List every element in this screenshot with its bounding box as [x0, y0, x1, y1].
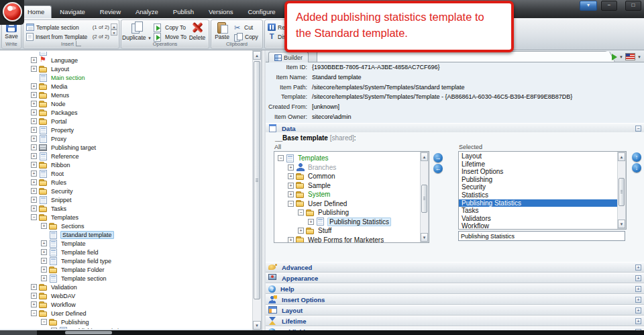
move-to-button[interactable]: Move To — [154, 33, 186, 41]
collapse-section-icon[interactable] — [635, 126, 641, 132]
tree-expander-icon[interactable] — [31, 136, 37, 142]
tree-expander-icon[interactable] — [41, 258, 47, 264]
horizontal-scrollbar-thumb[interactable] — [65, 331, 112, 334]
content-tree-item[interactable]: Ribbon — [0, 160, 252, 169]
content-section-header[interactable]: Layout — [266, 305, 644, 316]
content-tree-item[interactable]: Standard template — [0, 230, 252, 239]
selected-list-item[interactable]: Lifetime — [459, 160, 626, 169]
tree-expander-icon[interactable] — [31, 66, 37, 72]
selected-list-scrollbar[interactable]: ▲ ▼ — [617, 152, 626, 229]
content-tree-item[interactable]: Workflow — [0, 300, 252, 309]
maximize-button[interactable]: □ — [625, 1, 641, 11]
tree-expander-icon[interactable] — [31, 188, 37, 194]
tree-expander-icon[interactable] — [31, 101, 37, 107]
add-base-template-button[interactable] — [433, 153, 443, 162]
all-tree-scrollbar[interactable]: ▲ ▼ — [420, 152, 429, 242]
sitecore-logo-icon[interactable] — [3, 2, 22, 21]
content-tree-item[interactable]: Publishing Statistics — [0, 326, 252, 329]
ribbon-tab[interactable]: Home — [20, 5, 52, 19]
selected-list-item[interactable]: Publishing — [459, 176, 626, 184]
copy-button[interactable]: Copy — [234, 33, 258, 41]
content-section-header[interactable]: Insert Options — [266, 294, 644, 305]
selected-list-item[interactable]: Publishing Statistics — [459, 199, 626, 207]
all-tree-item[interactable]: User Defined — [274, 199, 429, 209]
tree-expander-icon[interactable] — [31, 118, 37, 124]
tree-expander-icon[interactable] — [308, 219, 314, 225]
tree-expander-icon[interactable] — [31, 57, 37, 63]
all-tree-item[interactable]: Publishing — [274, 208, 429, 218]
content-tree-item[interactable]: Tasks — [0, 204, 252, 213]
tree-expander-icon[interactable] — [288, 191, 294, 197]
duplicate-button[interactable]: Duplicate ▼ — [121, 21, 152, 41]
content-tree-item[interactable]: Security — [0, 187, 252, 195]
content-tree-scrollbar[interactable]: ▲ ▼ — [252, 50, 262, 330]
cut-button[interactable]: Cut — [234, 23, 253, 32]
selected-list-item[interactable]: Insert Options — [459, 168, 626, 176]
tree-expander-icon[interactable] — [288, 201, 294, 207]
content-tree-item[interactable]: Publishing — [0, 318, 252, 326]
selected-list-item[interactable]: Tasks — [459, 207, 626, 215]
ribbon-tab[interactable]: Versions — [202, 5, 239, 18]
content-tree-item[interactable]: WebDAV — [0, 291, 252, 300]
content-tree-item[interactable]: Reference — [0, 152, 252, 160]
tree-expander-icon[interactable] — [41, 223, 47, 229]
tree-expander-icon[interactable] — [31, 205, 37, 211]
content-tree-item[interactable]: Media — [0, 82, 252, 91]
content-tab-active[interactable] — [317, 51, 607, 62]
content-tree-item[interactable]: Rules — [0, 178, 252, 187]
all-tree-item[interactable]: Branches — [274, 163, 429, 173]
tree-expander-icon[interactable] — [41, 240, 47, 246]
expand-section-icon[interactable] — [635, 265, 641, 271]
insert-template-section-button[interactable]: Template section — [26, 23, 79, 31]
content-tree-item[interactable]: Snippet — [0, 195, 252, 204]
ribbon-tab[interactable]: Configure — [241, 5, 282, 18]
content-tree-item[interactable]: Proxy — [0, 134, 252, 143]
delete-button[interactable]: Delete — [186, 21, 209, 41]
tree-expander-icon[interactable] — [288, 164, 294, 171]
scroll-down-icon[interactable]: ▼ — [421, 233, 428, 242]
expand-section-icon[interactable] — [635, 286, 641, 292]
tree-expander-icon[interactable] — [31, 171, 37, 177]
tree-expander-icon[interactable] — [41, 267, 47, 273]
content-tree-item[interactable]: Root — [0, 169, 252, 178]
chevron-down-icon[interactable]: ▼ — [619, 55, 623, 59]
content-section-header[interactable]: Help — [266, 283, 644, 294]
all-tree-item[interactable]: System — [274, 190, 429, 199]
content-tree-item[interactable]: Template field — [0, 248, 252, 256]
content-tree-item[interactable]: Node — [0, 99, 252, 108]
content-tree-item[interactable]: Portal — [0, 117, 252, 126]
scroll-up-icon[interactable]: ▲ — [253, 51, 261, 60]
expand-section-icon[interactable] — [635, 318, 641, 324]
content-tree-item[interactable]: Template field type — [0, 256, 252, 265]
tree-expander-icon[interactable] — [31, 293, 37, 299]
move-up-button[interactable] — [632, 152, 641, 162]
content-tree-item[interactable]: Menus — [0, 91, 252, 99]
content-tree-item[interactable]: Templates — [0, 213, 252, 222]
content-tree-item[interactable]: Property — [0, 126, 252, 134]
tree-expander-icon[interactable] — [288, 183, 294, 189]
tree-expander-icon[interactable] — [41, 249, 47, 255]
content-section-header[interactable]: Advanced — [266, 262, 644, 273]
tree-expander-icon[interactable] — [31, 162, 37, 168]
content-tree-item[interactable]: Publishing target — [0, 143, 252, 152]
minimize-button[interactable]: − — [601, 1, 617, 11]
ribbon-tab[interactable]: Review — [93, 5, 127, 18]
insert-from-template-button[interactable]: Insert from Template — [26, 33, 87, 41]
selected-list-item[interactable]: Security — [459, 183, 626, 191]
base-template-value-input[interactable] — [458, 231, 625, 241]
scroll-down-icon[interactable]: ▼ — [618, 220, 625, 228]
content-tree-item[interactable]: Main section — [0, 73, 252, 82]
content-tree-item[interactable]: Packages — [0, 108, 252, 117]
selected-list-item[interactable]: Statistics — [459, 191, 626, 199]
tree-expander-icon[interactable] — [31, 310, 37, 316]
move-down-button[interactable] — [632, 163, 641, 173]
language-flag-icon[interactable] — [625, 53, 635, 60]
expand-section-icon[interactable] — [635, 297, 641, 303]
tree-expander-icon[interactable] — [31, 197, 37, 203]
tree-expander-icon[interactable] — [288, 173, 294, 179]
scroll-down-icon[interactable]: ▼ — [253, 321, 261, 330]
tree-expander-icon[interactable] — [278, 155, 284, 161]
tree-expander-icon[interactable] — [31, 92, 37, 98]
content-tree-item[interactable]: Validation — [0, 283, 252, 291]
selected-list-item[interactable]: Workflow — [459, 222, 626, 230]
